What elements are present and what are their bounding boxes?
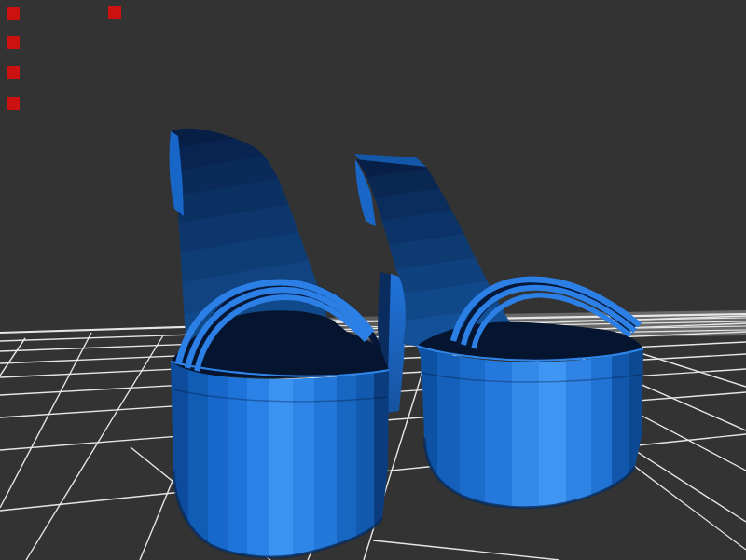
shoe-left-platform-side [171, 362, 389, 557]
red-marker-icon[interactable] [7, 36, 20, 49]
shoe-right-platform-side [417, 346, 643, 508]
red-marker-icon[interactable] [108, 6, 121, 19]
red-marker-icon[interactable] [7, 66, 20, 79]
viewport-3d[interactable] [0, 0, 746, 560]
red-marker-icon[interactable] [7, 97, 20, 110]
shoe-left[interactable] [170, 129, 389, 557]
shoe-right[interactable] [354, 154, 643, 508]
scene-canvas [0, 0, 746, 560]
red-marker-icon[interactable] [7, 7, 20, 20]
